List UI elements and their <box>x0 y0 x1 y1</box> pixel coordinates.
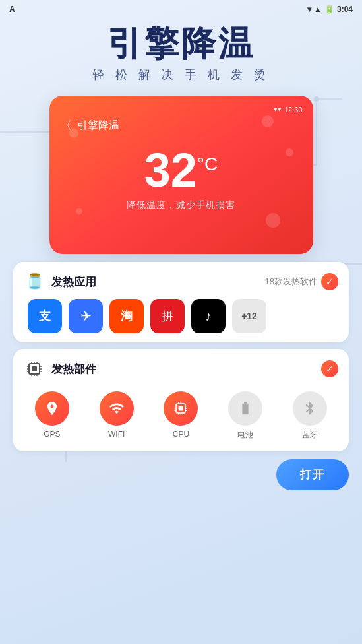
bluetooth-icon <box>303 401 317 416</box>
bluetooth-icon-circle <box>293 391 327 426</box>
component-wifi[interactable]: WIFI <box>100 391 134 441</box>
component-battery[interactable]: 电池 <box>228 391 262 441</box>
taobao-icon-label: 淘 <box>121 308 133 324</box>
phone-screen: ▾▾ 12:30 〈 引擎降温 32°C 降低温度，减少手机损害 <box>49 96 313 254</box>
components-header[interactable]: 发热部件 ✓ <box>13 349 349 386</box>
phone-signal-icon: ▾▾ <box>274 105 282 113</box>
app-icon-taobao[interactable]: 淘 <box>109 299 144 333</box>
open-button[interactable]: 打开 <box>276 459 349 490</box>
svg-rect-18 <box>179 406 183 411</box>
heating-apps-title: 发热应用 <box>51 274 96 290</box>
feishu-icon-label: ✈ <box>80 308 92 324</box>
component-cpu[interactable]: CPU <box>164 391 198 441</box>
cpu-icon <box>173 401 189 416</box>
app-icon-alipay[interactable]: 支 <box>28 299 62 333</box>
bubble-3 <box>266 213 280 228</box>
cpu-component-icon <box>25 360 44 378</box>
components-header-left: 发热部件 <box>24 358 96 379</box>
heating-apps-card: 🫙 发热应用 18款发热软件 ✓ 支 ✈ 淘 拼 <box>13 262 349 342</box>
battery-icon-circle <box>228 391 262 426</box>
app-icon-tiktok[interactable]: ♪ <box>191 299 226 333</box>
bubble-4 <box>69 129 78 138</box>
bluetooth-label: 蓝牙 <box>302 430 318 441</box>
gps-label: GPS <box>44 430 60 439</box>
component-gps[interactable]: GPS <box>35 391 69 441</box>
app-icon-pinduoduo[interactable]: 拼 <box>150 299 185 333</box>
status-right: ▾ ▲ 🔋 3:04 <box>307 5 353 14</box>
app-icon-more[interactable]: +12 <box>232 299 266 333</box>
wifi-signal-icon: ▾ <box>307 5 311 14</box>
phone-time: 12:30 <box>284 106 303 113</box>
phone-temperature-value: 32°C <box>144 144 218 197</box>
components-check[interactable]: ✓ <box>321 360 338 377</box>
hero-subtitle: 轻 松 解 决 手 机 发 烫 <box>13 67 349 82</box>
status-bar: A ▾ ▲ 🔋 3:04 <box>0 0 362 18</box>
heating-apps-badge: 18款发热软件 ✓ <box>265 273 338 290</box>
phone-temp-description: 降低温度，减少手机损害 <box>60 199 303 211</box>
gps-icon <box>44 401 60 416</box>
phone-mockup: ▾▾ 12:30 〈 引擎降温 32°C 降低温度，减少手机损害 <box>49 96 313 254</box>
phone-header-title: 引擎降温 <box>77 119 119 133</box>
heating-apps-count: 18款发热软件 <box>265 276 317 288</box>
component-bluetooth[interactable]: 蓝牙 <box>293 391 327 441</box>
bubble-1 <box>262 115 274 127</box>
battery-icon: 🔋 <box>324 5 334 14</box>
bubble-5 <box>76 208 82 214</box>
battery-label: 电池 <box>237 430 253 441</box>
app-name-label: A <box>9 5 15 14</box>
components-icons-row: GPS WIFI <box>13 386 349 451</box>
pinduoduo-icon-label: 拼 <box>162 308 173 324</box>
time-display: 3:04 <box>337 5 353 14</box>
data-signal-icon: ▲ <box>314 5 322 14</box>
main-content: 引擎降温 轻 松 解 决 手 机 发 烫 ▾▾ 12:30 〈 引擎降温 32°… <box>0 25 362 490</box>
heating-apps-header-left: 🫙 发热应用 <box>24 271 96 292</box>
components-title: 发热部件 <box>51 362 96 377</box>
wifi-label: WIFI <box>108 430 125 439</box>
bubble-2 <box>286 148 293 156</box>
wifi-icon <box>109 401 125 416</box>
more-count-label: +12 <box>241 311 257 321</box>
phone-temp-unit: °C <box>197 154 218 174</box>
app-icon-feishu[interactable]: ✈ <box>69 299 103 333</box>
heating-apps-check[interactable]: ✓ <box>321 273 338 290</box>
battery-icon <box>238 401 253 416</box>
wifi-icon-circle <box>100 391 134 426</box>
thermometer-icon: 🫙 <box>24 271 45 292</box>
components-icon <box>24 358 45 379</box>
phone-temperature-display: 32°C 降低温度，减少手机损害 <box>60 146 303 211</box>
alipay-icon-label: 支 <box>39 308 51 324</box>
hero-main-title: 引擎降温 <box>13 25 349 63</box>
open-button-container: 打开 <box>13 451 349 490</box>
phone-status-bar: ▾▾ 12:30 <box>60 105 303 113</box>
app-icons-row: 支 ✈ 淘 拼 ♪ +12 <box>24 299 338 333</box>
svg-rect-4 <box>32 366 37 371</box>
cpu-icon-circle <box>164 391 198 426</box>
gps-icon-circle <box>35 391 69 426</box>
cpu-label: CPU <box>173 430 189 439</box>
tiktok-icon-label: ♪ <box>205 309 212 324</box>
heating-components-card: 发热部件 ✓ GPS WIFI <box>13 349 349 451</box>
hero-section: 引擎降温 轻 松 解 决 手 机 发 烫 <box>13 25 349 82</box>
heating-apps-header[interactable]: 🫙 发热应用 18款发热软件 ✓ <box>24 271 338 292</box>
